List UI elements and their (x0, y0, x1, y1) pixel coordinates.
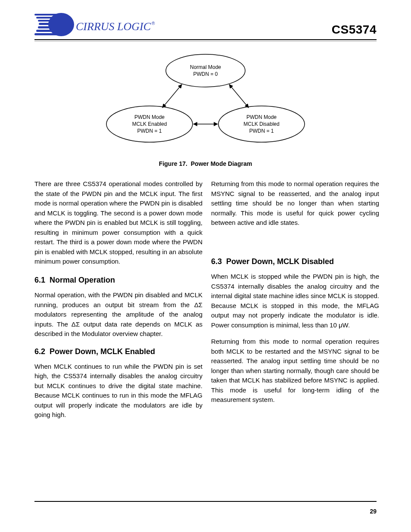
section-6-3-paragraph-b: Returning from this mode to normal opera… (211, 337, 379, 405)
cirrus-logic-logo-icon: CIRRUS LOGIC ® (34, 13, 155, 37)
svg-line-19 (162, 84, 182, 108)
page-header: CIRRUS LOGIC ® CS5374 (34, 13, 377, 39)
logo-text: CIRRUS LOGIC (76, 20, 151, 33)
section-6-2-cont-paragraph: Returning from this mode to normal opera… (211, 179, 379, 228)
column-left: There are three CS5374 operational modes… (34, 179, 202, 427)
svg-text:PWDN Mode: PWDN Mode (134, 114, 165, 120)
section-6-2-paragraph: When MCLK continues to run while the PWD… (34, 362, 202, 420)
heading-6-2: 6.2 Power Down, MCLK Enabled (34, 346, 202, 358)
svg-line-20 (229, 84, 249, 108)
logo-trademark: ® (152, 21, 155, 26)
heading-6-1: 6.1 Normal Operation (34, 274, 202, 286)
svg-text:MCLK Disabled: MCLK Disabled (243, 121, 279, 127)
page-number: 29 (370, 508, 377, 515)
section-6-1-paragraph: Normal operation, with the PWDN pin disa… (34, 290, 202, 339)
svg-text:PWDN Mode: PWDN Mode (246, 114, 277, 120)
svg-point-8 (166, 54, 245, 87)
body-columns: There are three CS5374 operational modes… (34, 179, 377, 481)
power-mode-diagram-icon: Normal Mode PWDN = 0 PWDN Mode MCLK Enab… (102, 51, 309, 154)
svg-text:PWDN = 0: PWDN = 0 (193, 71, 218, 77)
intro-paragraph: There are three CS5374 operational modes… (34, 179, 202, 267)
svg-text:PWDN = 1: PWDN = 1 (249, 128, 274, 134)
section-6-3-paragraph-a: When MCLK is stopped while the PWDN pin … (211, 272, 379, 330)
footer-rule (34, 501, 377, 502)
column-right: Returning from this mode to normal opera… (211, 179, 379, 412)
svg-text:Normal Mode: Normal Mode (190, 64, 221, 70)
header-rule (34, 39, 377, 41)
logo: CIRRUS LOGIC ® (34, 13, 155, 37)
figure-caption: Figure 17. Power Mode Diagram (159, 160, 252, 167)
figure-17: Normal Mode PWDN = 0 PWDN Mode MCLK Enab… (34, 51, 377, 167)
part-number: CS5374 (332, 23, 377, 37)
svg-point-7 (48, 13, 74, 36)
heading-6-3: 6.3 Power Down, MCLK Disabled (211, 256, 379, 268)
svg-text:MCLK Enabled: MCLK Enabled (132, 121, 167, 127)
svg-text:PWDN = 1: PWDN = 1 (137, 128, 162, 134)
